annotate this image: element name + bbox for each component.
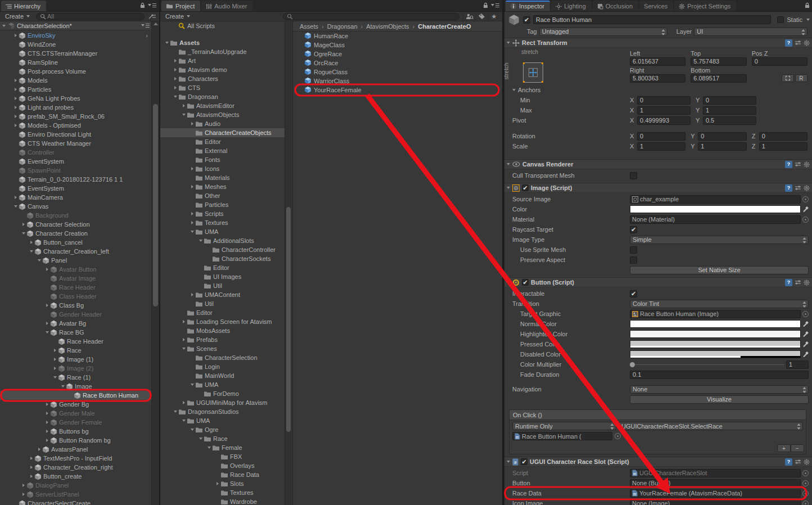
hierarchy-row[interactable]: RamSpline [0, 58, 151, 67]
file-row[interactable]: HumanRace [293, 31, 502, 40]
hierarchy-row[interactable]: Character Creation [0, 229, 151, 238]
hierarchy-row[interactable]: Canvas [0, 202, 151, 211]
expand-down-icon[interactable] [12, 205, 19, 208]
breadcrumb-segment[interactable]: AtavismObjects [366, 23, 409, 30]
project-tree-row[interactable]: _TerrainAutoUpgrade [160, 47, 285, 56]
object-picker-icon[interactable] [802, 470, 809, 476]
rotation-x-field[interactable]: 0 [637, 132, 685, 141]
expand-right-icon[interactable] [181, 320, 187, 323]
hierarchy-scrollbar[interactable] [151, 21, 159, 505]
expand-right-icon[interactable] [189, 293, 195, 296]
expand-down-icon[interactable] [60, 385, 66, 387]
expand-right-icon[interactable] [28, 466, 34, 469]
expand-down-icon[interactable] [52, 376, 58, 378]
hierarchy-row[interactable]: prefab_SM_Small_Rock_06 [0, 112, 151, 121]
project-tree-row[interactable]: Other [160, 191, 285, 200]
project-tree-row[interactable]: Login [160, 362, 285, 371]
expand-right-icon[interactable] [36, 448, 42, 451]
hierarchy-row[interactable]: ServerListPanel [0, 490, 151, 499]
project-tree-row[interactable]: Util [160, 299, 285, 308]
eyedropper-icon[interactable] [802, 321, 809, 327]
expand-right-icon[interactable] [52, 367, 58, 370]
object-field[interactable]: UGUICharacterRaceSlot [630, 469, 801, 477]
hierarchy-row[interactable]: Gender Male [0, 409, 151, 418]
hierarchy-row[interactable]: TextMeshPro - InputField [0, 454, 151, 463]
file-row[interactable]: RogueClass [293, 67, 502, 76]
expand-right-icon[interactable] [44, 403, 50, 406]
help-icon[interactable]: ? [785, 458, 792, 466]
gameobject-name-field[interactable]: Race Button Human [533, 15, 771, 24]
color-swatch[interactable] [630, 330, 801, 338]
hierarchy-row[interactable]: Race Header [0, 337, 151, 346]
expand-down-icon[interactable] [44, 331, 50, 333]
checkbox[interactable] [630, 256, 637, 264]
pivot-y-field[interactable]: 0.5 [703, 116, 756, 125]
expand-right-icon[interactable] [12, 79, 19, 82]
hierarchy-row[interactable]: Models - Optimised [0, 121, 151, 130]
project-tree-row[interactable]: Art [160, 56, 285, 65]
hierarchy-row[interactable]: Particles [0, 85, 151, 94]
object-picker-icon[interactable] [802, 196, 809, 202]
project-tree-row[interactable]: Slots [160, 479, 285, 488]
expand-right-icon[interactable] [20, 223, 26, 226]
value-field[interactable]: 0.1 [630, 371, 809, 379]
expand-down-icon[interactable] [164, 42, 170, 44]
hierarchy-row[interactable]: WindZone [0, 40, 151, 49]
hierarchy-row[interactable]: Button_cancel [0, 238, 151, 247]
component-header-rect-transform[interactable]: Rect Transform ? [504, 38, 812, 48]
project-tree-row[interactable]: Icons [160, 164, 285, 173]
expand-right-icon[interactable] [44, 322, 50, 325]
expand-down-icon[interactable] [181, 420, 187, 422]
color-swatch[interactable] [630, 340, 801, 348]
hierarchy-row[interactable]: Background [0, 211, 151, 220]
file-row[interactable]: OgreRace [293, 49, 502, 58]
event-target-object-field[interactable]: Race Button Human ( [512, 432, 612, 440]
hierarchy-row[interactable]: EventSystem [0, 157, 151, 166]
checkbox[interactable] [630, 246, 637, 254]
component-header-canvas-renderer[interactable]: Canvas Renderer ? [504, 159, 812, 169]
panel-menu-icon[interactable] [148, 3, 157, 8]
hierarchy-row[interactable]: Character_Creation_right [0, 463, 151, 472]
gear-icon[interactable] [804, 161, 810, 168]
project-tree-row[interactable]: ForDemo [160, 389, 285, 398]
project-tree-row[interactable]: CharacterSockets [160, 254, 285, 263]
project-tree-row[interactable]: Particles [160, 200, 285, 209]
panel-menu-icon[interactable] [491, 3, 500, 8]
tag-dropdown[interactable]: Untagged [539, 28, 667, 36]
preset-icon[interactable] [795, 40, 801, 46]
anchors-foldout[interactable]: Anchors [512, 87, 630, 93]
project-tree-row[interactable]: Editor [160, 263, 285, 272]
expand-right-icon[interactable] [52, 358, 58, 361]
expand-right-icon[interactable] [172, 68, 178, 71]
hierarchy-row[interactable]: Image (2) [0, 364, 151, 373]
expand-right-icon[interactable] [20, 484, 26, 487]
lock-icon[interactable] [805, 2, 810, 8]
hierarchy-row[interactable]: DialogPanel [0, 481, 151, 490]
expand-down-icon[interactable] [189, 429, 195, 431]
hierarchy-row[interactable]: Gender Female [0, 418, 151, 427]
expand-right-icon[interactable] [12, 106, 19, 109]
component-enabled-checkbox[interactable]: ✔ [522, 184, 529, 191]
left-field[interactable]: 6.015637 [630, 57, 685, 66]
expand-right-icon[interactable] [12, 97, 19, 100]
component-header-ugui-character-race-slot[interactable]: # ✔ UGUI Character Race Slot (Script) ? [504, 457, 812, 467]
hierarchy-row[interactable]: EventSystem [0, 184, 151, 193]
project-create-button[interactable]: Create [163, 13, 193, 20]
expand-right-icon[interactable] [28, 241, 34, 244]
hierarchy-row[interactable]: Gender Header [0, 310, 151, 319]
anchor-max-x-field[interactable]: 1 [637, 106, 691, 115]
hierarchy-row[interactable]: Avatar Bg [0, 319, 151, 328]
expand-right-icon[interactable] [214, 482, 220, 485]
lock-icon[interactable] [140, 2, 145, 8]
active-checkbox[interactable]: ✔ [523, 16, 530, 24]
preset-icon[interactable] [795, 279, 801, 285]
object-picker-icon[interactable] [615, 433, 621, 439]
hierarchy-row[interactable]: Image [0, 382, 151, 391]
hierarchy-row[interactable]: Race (1) [0, 373, 151, 382]
hierarchy-row[interactable]: Gender Bg [0, 400, 151, 409]
expand-right-icon[interactable] [181, 401, 187, 404]
hierarchy-row[interactable]: Button Random bg [0, 436, 151, 445]
expand-down-icon[interactable] [206, 447, 212, 449]
project-tree-row[interactable]: Editor [160, 137, 285, 146]
expand-right-icon[interactable] [172, 86, 178, 89]
